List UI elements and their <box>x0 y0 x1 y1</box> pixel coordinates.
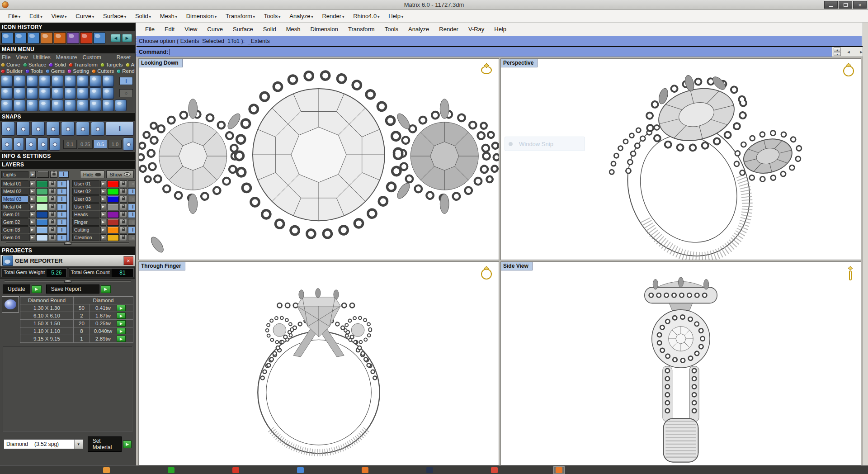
layer-name[interactable]: Lights <box>1 171 28 178</box>
category-tab[interactable]: Surface <box>23 62 47 67</box>
layer-expand-button[interactable]: ▶ <box>100 196 106 203</box>
tool-icon[interactable] <box>77 100 89 111</box>
menu-item[interactable]: Transform▾ <box>221 11 259 21</box>
command-history[interactable]: Choose option ( Extents Selected 1To1 ):… <box>136 36 868 47</box>
history-tool-icon[interactable] <box>28 32 40 44</box>
viewport-perspective[interactable]: Perspective Window Snip <box>500 58 861 260</box>
lock-icon[interactable] <box>49 188 56 195</box>
update-go-button[interactable]: ▶ <box>32 285 42 293</box>
save-report-button[interactable]: Save Report <box>46 284 99 294</box>
layer-visibility-toggle[interactable] <box>128 219 136 226</box>
menu-item[interactable]: Surface <box>228 24 258 34</box>
layer-color-swatch[interactable] <box>36 211 48 218</box>
layer-name[interactable]: Gem 02 <box>1 218 28 226</box>
menu-item[interactable]: View▾ <box>47 11 71 21</box>
layer-name[interactable]: Finger <box>72 218 99 226</box>
layer-row[interactable]: Gem 03 ▶ <box>1 226 67 233</box>
layer-name[interactable]: User 02 <box>72 188 99 195</box>
lock-icon[interactable] <box>49 219 56 226</box>
taskbar-item[interactable] <box>489 466 500 474</box>
layer-row[interactable]: Gem 01 ▶ <box>1 211 67 218</box>
lock-icon[interactable] <box>49 234 56 241</box>
layer-expand-button[interactable]: ▶ <box>29 211 35 218</box>
snap-increment[interactable]: 0.5 <box>94 140 107 149</box>
layer-name[interactable]: User 03 <box>72 195 99 203</box>
menu-item[interactable]: Edit▾ <box>25 11 47 21</box>
layer-name[interactable]: Gem 03 <box>1 226 28 233</box>
tool-icon[interactable] <box>115 100 127 111</box>
gem-type-icon[interactable] <box>2 296 19 313</box>
layer-name[interactable]: Metal 04 <box>1 203 28 210</box>
taskbar-item[interactable] <box>553 466 565 474</box>
layer-name[interactable]: Metal 03 <box>1 195 28 203</box>
layer-color-swatch[interactable] <box>36 219 48 226</box>
menu-item[interactable]: Mesh▾ <box>156 11 182 21</box>
layer-visibility-toggle[interactable] <box>128 234 136 241</box>
tool-icon[interactable] <box>64 75 76 87</box>
history-prev-button[interactable]: ◄ <box>844 48 854 56</box>
tool-icon[interactable] <box>39 100 51 111</box>
layer-expand-button[interactable]: ▶ <box>30 171 36 178</box>
taskbar-item[interactable] <box>165 466 177 474</box>
menu-item[interactable]: File▾ <box>4 11 25 21</box>
layer-expand-button[interactable]: ▶ <box>100 204 106 210</box>
snap-icon[interactable] <box>61 122 75 136</box>
layer-visibility-toggle[interactable] <box>57 211 67 218</box>
layer-visibility-toggle[interactable] <box>128 227 136 233</box>
viewport-label[interactable]: Through Finger <box>139 262 185 270</box>
snap-icon[interactable] <box>38 137 48 151</box>
menu-item[interactable]: Render▾ <box>317 11 349 21</box>
layer-visibility-toggle[interactable] <box>59 171 69 178</box>
lock-icon[interactable] <box>120 219 127 226</box>
panel-resize-handle[interactable] <box>64 280 71 283</box>
layer-color-swatch[interactable] <box>37 171 49 178</box>
taskbar-item[interactable] <box>230 466 241 474</box>
reset-button[interactable]: Reset <box>117 54 131 61</box>
layer-row[interactable]: Finger ▶ <box>72 218 136 226</box>
lock-icon[interactable] <box>49 196 56 203</box>
category-tab[interactable]: Setting <box>67 68 89 74</box>
taskbar-item[interactable] <box>295 466 306 474</box>
history-tool-icon[interactable] <box>93 32 105 44</box>
layer-visibility-toggle[interactable] <box>57 234 67 241</box>
main-menu-item[interactable]: Custom <box>83 54 101 61</box>
viewport-ring-icon[interactable] <box>841 62 856 78</box>
layer-color-swatch[interactable] <box>107 211 119 218</box>
layer-name[interactable]: User 01 <box>72 180 99 187</box>
layer-visibility-toggle[interactable] <box>57 188 67 195</box>
panel-resize-handle[interactable] <box>64 242 71 245</box>
lock-icon[interactable] <box>49 204 56 210</box>
menu-item[interactable]: Transform <box>343 24 380 34</box>
tool-icon[interactable] <box>52 87 63 99</box>
lock-icon[interactable] <box>120 227 127 233</box>
category-tab[interactable]: Render <box>117 68 136 74</box>
snap-master-toggle[interactable]: I <box>106 122 134 136</box>
tool-icon[interactable] <box>26 100 38 111</box>
menu-item[interactable]: Solid▾ <box>131 11 156 21</box>
tool-icon[interactable] <box>77 87 89 99</box>
spinner-up-button[interactable]: ▲ <box>834 47 841 52</box>
right-scroll-strip[interactable] <box>863 23 868 465</box>
menu-item[interactable]: V-Ray <box>463 24 489 34</box>
show-button[interactable]: Show <box>106 171 134 178</box>
layer-expand-button[interactable]: ▶ <box>100 219 106 226</box>
category-tab[interactable]: Solid <box>49 62 66 67</box>
layer-row[interactable]: Cutting ▶ <box>72 226 136 233</box>
layer-color-swatch[interactable] <box>36 227 48 233</box>
maximize-button[interactable] <box>839 1 852 9</box>
layer-expand-button[interactable]: ▶ <box>100 211 106 218</box>
menu-item[interactable]: Analyze <box>403 24 434 34</box>
category-tab[interactable]: Targets <box>100 62 123 67</box>
layer-row[interactable]: Gem 04 ▶ <box>1 234 67 241</box>
layer-visibility-toggle[interactable] <box>128 196 136 203</box>
layer-row[interactable]: Metal 01 ▶ <box>1 180 67 187</box>
main-menu-item[interactable]: File <box>2 54 10 61</box>
layer-expand-button[interactable]: ▶ <box>29 196 35 203</box>
layer-name[interactable]: Cutting <box>72 226 99 233</box>
category-tab[interactable]: Curve <box>1 62 20 67</box>
taskbar-item[interactable] <box>424 466 435 474</box>
layer-color-swatch[interactable] <box>107 227 119 233</box>
viewport-side-view[interactable]: Side View <box>500 261 861 465</box>
menu-item[interactable]: Rhino4.0▾ <box>349 11 384 21</box>
layer-row[interactable]: Heads ▶ <box>72 211 136 218</box>
